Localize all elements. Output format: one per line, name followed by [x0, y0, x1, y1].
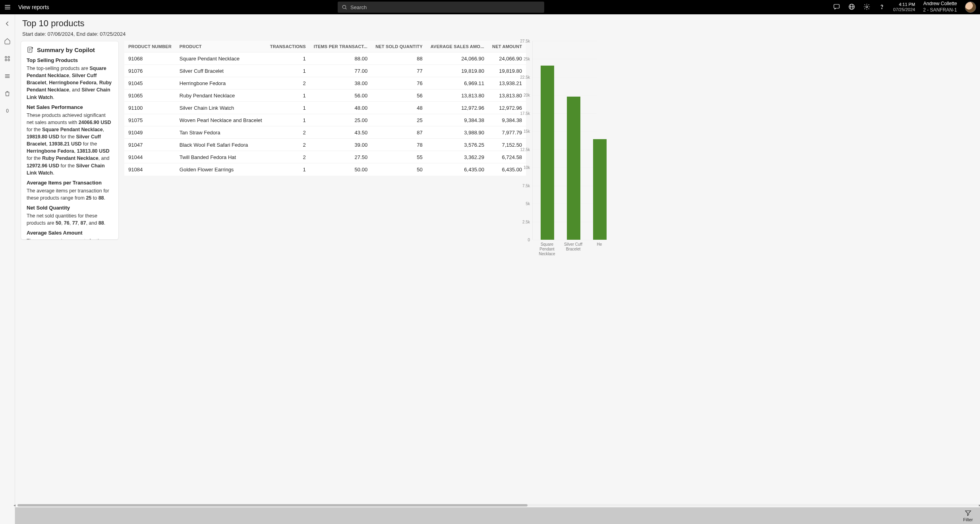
svg-point-11: [5, 56, 7, 58]
table-row[interactable]: 91076Silver Cuff Bracelet177.007719,819.…: [124, 65, 526, 77]
home-icon[interactable]: [3, 37, 12, 45]
table-header-row: PRODUCT NUMBER PRODUCT TRANSACTIONS ITEM…: [124, 41, 526, 52]
col-product-number[interactable]: PRODUCT NUMBER: [124, 41, 176, 52]
y-tick: 15k: [524, 129, 530, 134]
bottom-bar: Filter: [15, 507, 980, 524]
col-product[interactable]: PRODUCT: [176, 41, 266, 52]
search-icon: [342, 4, 347, 10]
col-net-sold-quantity[interactable]: NET SOLD QUANTITY: [371, 41, 427, 52]
y-tick: 22.5k: [520, 75, 530, 79]
copilot-section-title: Net Sold Quantity: [27, 205, 113, 211]
y-tick: 25k: [524, 57, 530, 61]
svg-point-12: [8, 56, 10, 58]
table-row[interactable]: 91068Square Pendant Necklace188.008824,0…: [124, 52, 526, 65]
col-average-sales-amount[interactable]: AVERAGE SALES AMO...: [427, 41, 488, 52]
copilot-summary-card: Summary by Copilot Top Selling Products …: [21, 41, 119, 240]
chart-bar[interactable]: [593, 139, 607, 240]
table-row[interactable]: 91084Golden Flower Earrings150.00506,435…: [124, 163, 526, 176]
y-tick: 7.5k: [522, 183, 530, 188]
header-time: 4:11 PM: [893, 2, 915, 7]
col-transactions[interactable]: TRANSACTIONS: [266, 41, 310, 52]
table-row[interactable]: 91065Ruby Pendant Necklace156.005613,813…: [124, 89, 526, 102]
svg-line-4: [346, 8, 347, 10]
module-icon[interactable]: [3, 54, 12, 63]
gear-icon[interactable]: [863, 3, 870, 12]
copilot-section-body: These products achieved significant net …: [27, 112, 113, 177]
hamburger-menu-icon[interactable]: [4, 4, 11, 11]
y-tick: 20k: [524, 93, 530, 97]
chart-bar[interactable]: [567, 97, 580, 240]
copilot-section-body: The average sales amounts for these prod…: [27, 237, 113, 240]
svg-point-3: [342, 5, 346, 8]
horizontal-scrollbar[interactable]: ◂ ▸: [17, 503, 980, 507]
app-title: View reports: [18, 4, 49, 10]
table-row[interactable]: 91045Herringbone Fedora238.00766,969.111…: [124, 77, 526, 89]
chat-icon[interactable]: [833, 3, 840, 12]
filter-button[interactable]: Filter: [963, 509, 973, 522]
search-input[interactable]: Search: [338, 2, 544, 13]
bar-label: Silver Cuff Bracelet: [561, 242, 585, 252]
bag-icon[interactable]: [3, 89, 12, 98]
avatar[interactable]: [965, 2, 976, 13]
scroll-left-icon[interactable]: ◂: [14, 503, 15, 507]
search-placeholder: Search: [350, 4, 367, 10]
y-tick: 2.5k: [522, 219, 530, 224]
filter-icon: [965, 509, 972, 516]
bar-label: He: [588, 242, 611, 247]
y-tick: 12.5k: [520, 147, 530, 151]
user-name: Andrew Collette: [923, 1, 957, 7]
copilot-title: Summary by Copilot: [37, 47, 95, 53]
y-tick: 5k: [526, 202, 530, 206]
y-tick: 10k: [524, 165, 530, 170]
help-icon[interactable]: [878, 3, 885, 12]
svg-point-10: [881, 8, 882, 8]
main-content: Top 10 products Start date: 07/06/2024, …: [15, 14, 980, 524]
list-icon[interactable]: [3, 72, 12, 80]
globe-icon[interactable]: [848, 3, 855, 12]
y-tick: 17.5k: [520, 111, 530, 115]
header-date: 07/25/2024: [893, 7, 915, 12]
copilot-section-title: Top Selling Products: [27, 57, 113, 63]
svg-point-13: [5, 59, 7, 60]
copilot-section-title: Average Sales Amount: [27, 230, 113, 236]
user-location: 2 - SANFRAN-1: [923, 7, 957, 14]
table-row[interactable]: 91044Twill Banded Fedora Hat227.50553,36…: [124, 151, 526, 163]
y-tick: 0: [528, 238, 530, 242]
copilot-section-title: Average Items per Transaction: [27, 180, 113, 186]
copilot-section-body: The net sold quantities for these produc…: [27, 212, 113, 227]
top-bar: View reports Search 4:11 PM 07/25/2024 A…: [0, 0, 980, 14]
rail-badge-zero[interactable]: 0: [3, 107, 12, 115]
svg-rect-5: [834, 4, 839, 8]
page-title: Top 10 products: [22, 18, 973, 29]
table-row[interactable]: 91049Tan Straw Fedora243.50873,988.907,9…: [124, 126, 526, 139]
copilot-section-title: Net Sales Performance: [27, 104, 113, 110]
net-amount-bar-chart: 27.5k25k22.5k20k17.5k15k12.5k10k7.5k5k2.…: [517, 41, 597, 524]
svg-point-14: [8, 59, 10, 60]
y-tick: 27.5k: [520, 39, 530, 43]
copilot-section-body: The average items per transaction for th…: [27, 187, 113, 202]
col-items-per-transaction[interactable]: ITEMS PER TRANSACT...: [310, 41, 371, 52]
products-table: PRODUCT NUMBER PRODUCT TRANSACTIONS ITEM…: [124, 41, 526, 176]
scrollbar-thumb[interactable]: [17, 504, 528, 507]
bar-label: Square Pendant Necklace: [535, 242, 559, 256]
copilot-icon: [27, 46, 34, 53]
copilot-section-body: The top-selling products are Square Pend…: [27, 65, 113, 101]
table-row[interactable]: 91100Silver Chain Link Watch148.004812,9…: [124, 102, 526, 114]
back-icon[interactable]: [3, 19, 12, 28]
filter-label: Filter: [963, 517, 973, 522]
table-row[interactable]: 91047Black Wool Felt Safari Fedora239.00…: [124, 139, 526, 151]
left-rail: 0: [0, 14, 15, 524]
date-range: Start date: 07/06/2024, End date: 07/25/…: [15, 30, 980, 41]
svg-point-9: [866, 6, 868, 8]
table-row[interactable]: 91075Woven Pearl Necklace and Bracelet12…: [124, 114, 526, 126]
chart-bar[interactable]: [541, 66, 554, 240]
svg-point-22: [32, 47, 33, 48]
